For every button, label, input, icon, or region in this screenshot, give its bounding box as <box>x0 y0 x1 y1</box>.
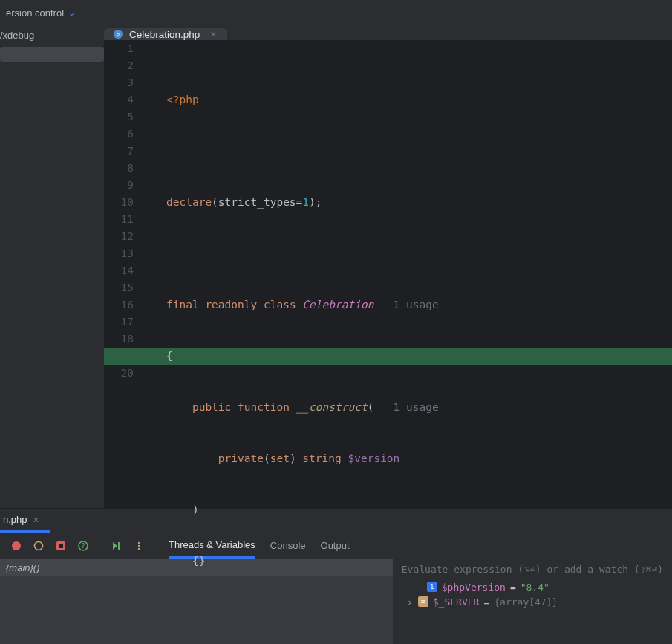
resume-icon[interactable] <box>111 540 123 552</box>
project-panel[interactable]: /xdebug <box>0 25 104 508</box>
array-badge-icon: ≡ <box>418 596 428 607</box>
debug-tabbar: n.php × <box>0 509 672 533</box>
svg-point-4 <box>35 541 43 550</box>
svg-text:P: P <box>117 32 120 37</box>
debug-body: {main}() Evaluate expression (⌥⏎) or add… <box>0 559 672 644</box>
php-file-icon: P <box>113 29 123 39</box>
execution-highlight <box>104 348 672 365</box>
svg-rect-9 <box>118 542 120 550</box>
editor-tab-label: Celebration.php <box>129 29 200 40</box>
debug-panel: n.php × ? Threads & Variables Console Ou… <box>0 508 672 644</box>
version-control-label: ersion control <box>6 7 64 19</box>
main-area: /xdebug P Celebration.php × 1 2 3 4 5 6 … <box>0 25 672 508</box>
svg-point-12 <box>138 547 140 549</box>
subtab-output[interactable]: Output <box>321 533 350 559</box>
close-icon[interactable]: × <box>210 28 216 40</box>
variables-column[interactable]: Evaluate expression (⌥⏎) or add a watch … <box>393 559 672 644</box>
separator <box>100 539 100 553</box>
help-icon[interactable]: ? <box>77 540 89 552</box>
version-control-menu[interactable]: ersion control ⌄ <box>6 7 75 19</box>
subtab-threads[interactable]: Threads & Variables <box>169 533 255 559</box>
project-selected-row[interactable] <box>0 47 104 62</box>
variable-phpversion[interactable]: 1 $phpVersion = "8.4" <box>402 579 663 594</box>
debug-toolbar: ? Threads & Variables Console Output <box>0 533 672 559</box>
svg-point-10 <box>138 541 140 543</box>
debug-session-tab[interactable]: n.php × <box>0 509 50 533</box>
svg-point-11 <box>138 544 140 546</box>
evaluate-input[interactable]: Evaluate expression (⌥⏎) or add a watch … <box>402 564 663 575</box>
top-bar: ersion control ⌄ <box>0 0 672 25</box>
editor-tab-celebration[interactable]: P Celebration.php × <box>104 28 227 40</box>
expand-caret-icon[interactable]: › <box>406 596 414 608</box>
editor-column: P Celebration.php × 1 2 3 4 5 6 7 8 9 10… <box>104 25 672 508</box>
chevron-down-icon: ⌄ <box>68 8 75 18</box>
frame-icon[interactable] <box>55 540 67 552</box>
editor-tab-bar: P Celebration.php × <box>104 25 672 40</box>
more-icon[interactable] <box>133 540 145 552</box>
subtab-console[interactable]: Console <box>270 533 306 559</box>
stop-icon[interactable] <box>10 540 22 552</box>
close-icon[interactable]: × <box>33 514 39 526</box>
svg-point-3 <box>12 541 21 550</box>
project-path[interactable]: /xdebug <box>0 25 104 45</box>
debug-tab-label: n.php <box>3 514 27 525</box>
primitive-badge-icon: 1 <box>427 582 437 592</box>
pause-icon[interactable] <box>33 540 45 552</box>
svg-rect-6 <box>59 544 63 548</box>
variable-server[interactable]: › ≡ $_SERVER = {array[47]} <box>402 594 663 609</box>
frames-column[interactable]: {main}() <box>0 559 393 644</box>
svg-text:?: ? <box>81 542 85 550</box>
